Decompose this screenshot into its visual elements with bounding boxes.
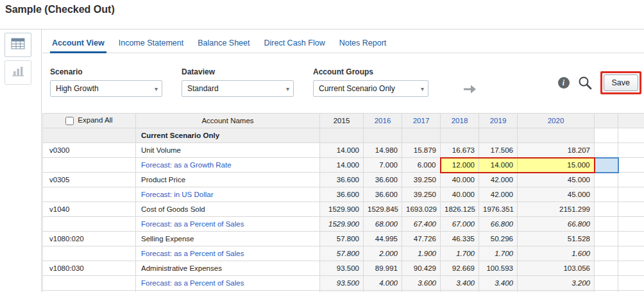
empty-grid-cell[interactable] [595,261,618,276]
grid-cell-highlighted[interactable]: 12.000 [441,158,479,173]
grid-cell[interactable]: 1.900 [402,246,441,261]
grid-cell[interactable]: 57.800 [320,246,364,261]
grid-cell[interactable]: 36.600 [320,173,364,187]
tab-income-statement[interactable]: Income Statement [117,37,185,53]
grid-header-row: Expand AllAccount Names20152016201720182… [43,114,644,128]
grid-cell[interactable]: 45.000 [518,187,595,202]
grid-cell[interactable]: 47.726 [402,232,441,246]
year-header-2018[interactable]: 2018 [441,114,479,128]
grid-cell[interactable]: 1826.125 [441,202,479,217]
grid-cell-highlighted[interactable]: 14.000 [479,158,518,173]
tab-balance-sheet[interactable]: Balance Sheet [196,37,251,53]
grid-cell[interactable]: 3.600 [402,276,441,291]
grid-cell[interactable]: 36.600 [320,187,364,202]
empty-grid-cell[interactable] [595,173,618,187]
grid-cell[interactable]: 40.000 [441,173,479,187]
scenario-select[interactable]: High Growth ▾ [50,80,162,97]
grid-cell[interactable]: 1.700 [479,246,518,261]
grid-cell[interactable]: 3.200 [518,276,595,291]
grid-cell[interactable]: 50.296 [479,232,518,246]
empty-grid-cell [618,143,644,158]
grid-cell[interactable]: 66.800 [518,217,595,232]
grid-cell[interactable]: 66.800 [479,217,518,232]
save-highlight-box: Save [600,71,642,94]
expand-all-checkbox[interactable] [65,117,74,125]
empty-grid-cell[interactable] [595,187,618,202]
grid-cell[interactable]: 14.000 [320,158,364,173]
grid-cell[interactable]: 93.500 [320,276,364,291]
forecast-method-link[interactable]: Forecast: as a Percent of Sales [141,279,244,287]
grid-cell[interactable]: 103.056 [518,261,595,276]
forecast-method-link[interactable]: Forecast: as a Percent of Sales [141,220,244,228]
grid-cell[interactable]: 89.991 [364,261,402,276]
grid-cell[interactable]: 17.506 [479,143,518,158]
year-header-2019[interactable]: 2019 [479,114,518,128]
grid-cell[interactable]: 3.400 [441,276,479,291]
grid-cell[interactable]: 2151.299 [518,202,595,217]
year-header-2020[interactable]: 2020 [518,114,595,128]
forecast-method-link[interactable]: Forecast: as a Percent of Sales [141,250,244,257]
grid-cell[interactable]: 6.000 [402,158,441,173]
grid-cell[interactable]: 51.528 [518,232,595,246]
grid-cell[interactable]: 14.980 [364,143,402,158]
grid-cell[interactable]: 92.669 [441,261,479,276]
account-groups-select[interactable]: Current Scenario Only ▾ [313,80,428,97]
save-button[interactable]: Save [604,74,639,91]
grid-cell-highlighted[interactable]: 15.000 [518,158,595,173]
grid-cell[interactable]: 1529.900 [320,217,364,232]
grid-cell[interactable]: 40.000 [441,187,479,202]
grid-cell[interactable]: 36.600 [364,173,402,187]
dataview-select[interactable]: Standard ▾ [182,80,294,97]
empty-grid-cell[interactable] [595,232,618,246]
grid-cell[interactable]: 67.400 [402,217,441,232]
account-code [43,246,136,261]
empty-grid-cell[interactable] [595,143,618,158]
tab-direct-cash-flow[interactable]: Direct Cash Flow [262,37,327,53]
grid-cell[interactable]: 1529.900 [320,202,364,217]
grid-cell[interactable]: 1976.351 [479,202,518,217]
grid-cell[interactable]: 3.400 [479,276,518,291]
grid-view-button[interactable] [4,33,31,57]
year-header-2016[interactable]: 2016 [364,114,402,128]
empty-grid-cell[interactable] [595,276,618,291]
grid-cell[interactable]: 39.250 [402,187,441,202]
grid-cell[interactable]: 93.500 [320,261,364,276]
empty-grid-cell[interactable] [595,246,618,261]
forecast-method-link[interactable]: Forecast: in US Dollar [141,191,213,198]
tab-notes-report[interactable]: Notes Report [337,37,389,53]
grid-cell[interactable]: 39.250 [402,173,441,187]
empty-grid-cell[interactable] [595,202,618,217]
grid-cell[interactable]: 46.335 [441,232,479,246]
grid-cell[interactable]: 42.000 [479,187,518,202]
grid-cell[interactable]: 67.000 [441,217,479,232]
grid-cell[interactable]: 4.000 [364,276,402,291]
tab-account-view[interactable]: Account View [50,37,106,53]
search-icon[interactable] [577,75,593,90]
empty-grid-cell[interactable] [595,217,618,232]
grid-cell[interactable]: 1693.029 [402,202,441,217]
grid-cell[interactable]: 15.879 [402,143,441,158]
go-arrow-icon[interactable] [463,84,477,97]
grid-cell[interactable]: 1529.845 [364,202,402,217]
grid-cell[interactable]: 45.000 [518,173,595,187]
selected-grid-cell[interactable] [595,158,618,173]
chart-view-button[interactable] [4,60,31,85]
grid-cell[interactable]: 14.000 [320,143,364,158]
grid-cell[interactable]: 1.700 [441,246,479,261]
grid-cell[interactable]: 18.207 [518,143,595,158]
grid-cell[interactable]: 7.000 [364,158,402,173]
grid-cell[interactable]: 42.000 [479,173,518,187]
grid-cell[interactable]: 36.600 [364,187,402,202]
forecast-method-link[interactable]: Forecast: as a Growth Rate [141,161,232,169]
grid-cell[interactable]: 1.600 [518,246,595,261]
year-header-2017[interactable]: 2017 [402,114,441,128]
grid-cell[interactable]: 16.673 [441,143,479,158]
chart-view-icon [11,65,25,80]
grid-cell[interactable]: 90.429 [402,261,441,276]
grid-cell[interactable]: 57.800 [320,232,364,246]
grid-cell[interactable]: 68.000 [364,217,402,232]
grid-cell[interactable]: 100.593 [479,261,518,276]
grid-cell[interactable]: 44.995 [364,232,402,246]
info-icon[interactable]: i [558,77,570,89]
grid-cell[interactable]: 2.000 [364,246,402,261]
